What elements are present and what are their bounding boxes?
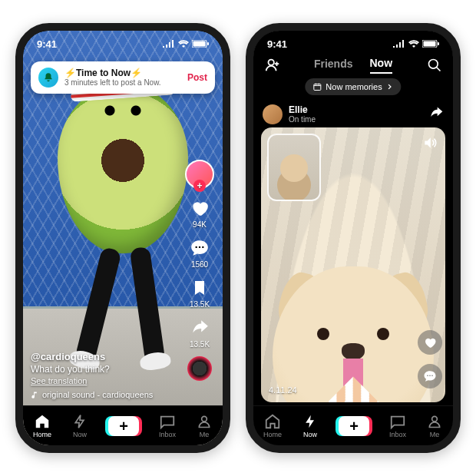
tab-now-label: Now bbox=[73, 431, 87, 438]
share-count: 13.5K bbox=[190, 340, 210, 349]
svg-point-4 bbox=[199, 246, 200, 248]
now-action-rail bbox=[418, 330, 442, 388]
banner-subtitle: 3 minutes left to post a Now. bbox=[64, 78, 181, 87]
sound-disc[interactable] bbox=[187, 356, 212, 381]
banner-text: ⚡Time to Now⚡ 3 minutes left to post a N… bbox=[64, 68, 181, 87]
battery-icon bbox=[192, 40, 209, 48]
bookmark-icon bbox=[188, 276, 211, 299]
search-button[interactable] bbox=[427, 58, 442, 73]
inbox-icon bbox=[389, 413, 406, 430]
wifi-icon bbox=[178, 40, 189, 48]
status-icons-2 bbox=[393, 40, 439, 48]
tab-inbox-label-2: Inbox bbox=[389, 431, 406, 438]
caption-area: @cardioqueens What do you think? See tra… bbox=[31, 350, 169, 401]
poster-meta: Ellie On time bbox=[289, 105, 316, 124]
post-share-button[interactable] bbox=[428, 105, 444, 124]
tab-friends[interactable]: Friends bbox=[314, 58, 353, 73]
memories-icon bbox=[312, 82, 322, 91]
comment-button[interactable]: 1560 bbox=[188, 236, 211, 269]
tab-home[interactable]: Home bbox=[33, 413, 51, 438]
status-bar: 9:41 bbox=[23, 31, 223, 57]
battery-icon bbox=[422, 40, 439, 48]
svg-point-9 bbox=[429, 60, 438, 69]
action-rail: + 94K 1560 13.5K bbox=[181, 160, 218, 381]
sound-label: original sound - cardioqueens bbox=[42, 389, 153, 401]
tab-now[interactable]: Now bbox=[71, 413, 88, 438]
plus-icon: + bbox=[349, 418, 359, 434]
wifi-icon bbox=[408, 40, 419, 48]
bottom-nav-2: Home Now + Inbox Me bbox=[253, 405, 453, 445]
now-comment-button[interactable] bbox=[418, 364, 442, 388]
like-count: 94K bbox=[193, 220, 207, 229]
username[interactable]: @cardioqueens bbox=[31, 350, 169, 364]
plus-icon: + bbox=[119, 418, 128, 434]
tab-home-label: Home bbox=[33, 431, 51, 438]
bottom-nav: Home Now + Inbox Me bbox=[23, 405, 223, 445]
now-banner[interactable]: ⚡Time to Now⚡ 3 minutes left to post a N… bbox=[31, 61, 215, 94]
tab-now-2[interactable]: Now bbox=[302, 413, 319, 438]
tab-inbox-label: Inbox bbox=[159, 431, 176, 438]
tab-now-label-2: Now bbox=[303, 431, 317, 438]
svg-point-13 bbox=[431, 375, 433, 377]
selfie-thumbnail[interactable] bbox=[267, 134, 321, 201]
tab-now-top[interactable]: Now bbox=[370, 57, 393, 74]
now-timestamp: 4.11.24 bbox=[269, 385, 297, 395]
home-icon bbox=[34, 413, 51, 430]
poster-name[interactable]: Ellie bbox=[289, 105, 316, 115]
banner-title: ⚡Time to Now⚡ bbox=[64, 68, 181, 78]
phone-left: 9:41 ⚡Time to Now⚡ 3 minutes left to pos… bbox=[15, 23, 230, 453]
banner-post-button[interactable]: Post bbox=[187, 72, 207, 83]
now-memories-chip[interactable]: Now memories bbox=[305, 78, 401, 95]
comment-icon bbox=[188, 236, 211, 259]
save-count: 13.5K bbox=[190, 300, 210, 309]
like-button[interactable]: 94K bbox=[188, 197, 211, 229]
svg-rect-2 bbox=[207, 42, 209, 45]
author-avatar[interactable]: + bbox=[185, 160, 214, 189]
see-translation[interactable]: See translation bbox=[31, 375, 169, 387]
tab-me-label: Me bbox=[200, 431, 210, 438]
home-icon bbox=[264, 413, 281, 430]
svg-point-5 bbox=[202, 246, 203, 248]
svg-point-12 bbox=[429, 375, 431, 377]
share-icon bbox=[188, 316, 211, 339]
create-button-2[interactable]: + bbox=[339, 416, 369, 436]
share-button[interactable]: 13.5K bbox=[188, 316, 211, 349]
heart-icon bbox=[188, 197, 211, 220]
now-bolt-icon bbox=[302, 413, 319, 430]
status-time-2: 9:41 bbox=[267, 38, 287, 50]
signal-icon bbox=[393, 40, 405, 48]
comment-count: 1560 bbox=[191, 260, 208, 269]
bell-icon bbox=[38, 68, 58, 88]
profile-icon bbox=[426, 413, 443, 430]
create-button[interactable]: + bbox=[108, 416, 139, 436]
now-card[interactable]: 4.11.24 bbox=[261, 127, 445, 402]
profile-icon bbox=[196, 413, 213, 430]
chevron-right-icon bbox=[386, 83, 394, 91]
status-time: 9:41 bbox=[37, 38, 57, 50]
status-bar-2: 9:41 bbox=[253, 31, 453, 57]
sound-row[interactable]: original sound - cardioqueens bbox=[31, 389, 169, 401]
save-button[interactable]: 13.5K bbox=[188, 276, 211, 309]
tab-home-2[interactable]: Home bbox=[263, 413, 282, 438]
tab-inbox[interactable]: Inbox bbox=[159, 413, 176, 438]
inbox-icon bbox=[159, 413, 176, 430]
poster-avatar[interactable] bbox=[263, 104, 283, 124]
svg-point-11 bbox=[427, 375, 428, 377]
volume-button[interactable] bbox=[422, 135, 438, 154]
now-bolt-icon bbox=[71, 413, 88, 430]
status-icons bbox=[163, 40, 209, 48]
screen-left: 9:41 ⚡Time to Now⚡ 3 minutes left to pos… bbox=[23, 31, 223, 445]
tab-me-2[interactable]: Me bbox=[426, 413, 443, 438]
tab-me[interactable]: Me bbox=[196, 413, 213, 438]
add-friends-button[interactable] bbox=[264, 57, 281, 74]
now-like-button[interactable] bbox=[418, 330, 442, 355]
signal-icon bbox=[163, 40, 175, 48]
now-memories-label: Now memories bbox=[326, 82, 382, 91]
tab-inbox-2[interactable]: Inbox bbox=[389, 413, 406, 438]
follow-plus-icon[interactable]: + bbox=[193, 180, 206, 192]
tab-home-label-2: Home bbox=[263, 431, 282, 438]
svg-rect-10 bbox=[314, 84, 321, 91]
post-header: Ellie On time bbox=[263, 104, 444, 124]
now-photo-dog bbox=[273, 266, 434, 402]
tab-me-label-2: Me bbox=[430, 431, 440, 438]
